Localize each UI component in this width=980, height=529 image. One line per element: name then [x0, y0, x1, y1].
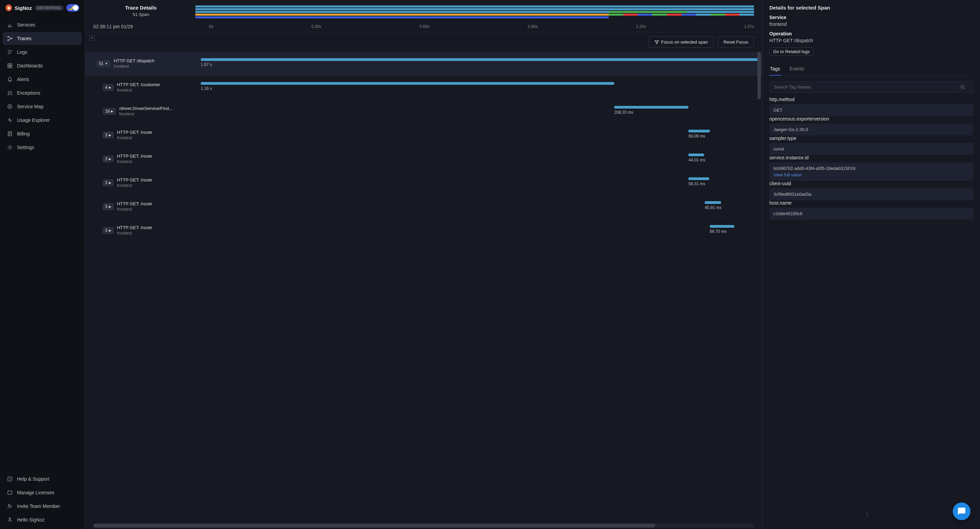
value: frontend	[769, 21, 973, 27]
span-left: 3▶HTTP GET: /routefrontend	[85, 201, 201, 212]
tab-tags[interactable]: Tags	[769, 63, 781, 76]
vertical-scrollbar[interactable]	[757, 52, 761, 311]
grid-icon	[7, 63, 13, 69]
axis-tick: 0.90s	[528, 24, 538, 29]
sidebar-item-dashboards[interactable]: Dashboards	[3, 59, 82, 72]
span-left: 3▶HTTP GET: /routefrontend	[85, 177, 201, 188]
tag-search-input[interactable]	[769, 81, 960, 92]
sidebar-item-invite[interactable]: Invite Team Member	[3, 500, 82, 513]
span-name-block: HTTP GET /dispatchfrontend	[114, 58, 154, 69]
caret-right-icon: ▶	[109, 134, 111, 137]
svg-point-14	[8, 505, 10, 506]
waypoints-icon	[7, 35, 13, 41]
svg-point-0	[8, 37, 9, 37]
span-count-chip[interactable]: 51▼	[97, 60, 110, 67]
span-row[interactable]: 3▶HTTP GET: /routefrontend60.09 ms	[85, 123, 762, 147]
span-count: 4	[105, 85, 108, 90]
sidebar-item-traces[interactable]: Traces	[3, 32, 82, 45]
span-name: HTTP GET: /route	[117, 201, 152, 206]
tab-events[interactable]: Events	[789, 63, 805, 76]
sidebar-item-label: Traces	[17, 36, 31, 41]
details-tabs: Tags Events	[769, 63, 973, 76]
tag-search-button[interactable]	[960, 81, 973, 92]
chat-fab[interactable]	[953, 502, 970, 520]
trace-title: Trace Details	[93, 5, 189, 11]
caret-right-icon: ▶	[109, 229, 111, 232]
span-row[interactable]: 51▼HTTP GET /dispatchfrontend1.57 s	[85, 52, 762, 76]
trace-timestamp: 02:38:11 pm 01/29	[93, 24, 209, 29]
span-count: 3	[105, 228, 108, 233]
sidebar-item-services[interactable]: Services	[3, 18, 82, 31]
span-bar[interactable]	[710, 225, 734, 228]
span-row[interactable]: 3▶HTTP GET: /routefrontend58.31 ms	[85, 171, 762, 195]
sidebar-item-settings[interactable]: Settings	[3, 141, 82, 154]
span-row[interactable]: 3▶HTTP GET: /routefrontend68.70 ms	[85, 218, 762, 242]
sidebar-item-billing[interactable]: Billing	[3, 127, 82, 140]
tag-list: http.methodGETopencensus.exporterversion…	[769, 97, 973, 220]
span-duration: 1.16 s	[201, 86, 212, 91]
span-bar[interactable]	[201, 82, 614, 85]
sidebar-item-usage-explorer[interactable]: Usage Explorer	[3, 114, 82, 127]
span-count-chip[interactable]: 3▶	[103, 203, 114, 210]
span-bar[interactable]	[201, 58, 759, 61]
span-row[interactable]: 3▶HTTP GET: /routefrontend45.91 ms	[85, 195, 762, 218]
minimap-bar	[195, 14, 754, 16]
bug-icon	[7, 90, 13, 96]
receipt-icon	[7, 131, 13, 137]
chevron-right-icon[interactable]: 〉	[865, 511, 871, 519]
minimap[interactable]	[195, 5, 754, 18]
view-full-value-link[interactable]: View full value	[773, 172, 969, 177]
span-track: 1.16 s	[201, 81, 759, 94]
svg-point-15	[9, 518, 11, 520]
span-count-chip[interactable]: 3▶	[103, 179, 114, 186]
sidebar-item-service-map[interactable]: Service Map	[3, 100, 82, 113]
sidebar-item-hello[interactable]: Hello SigNoz	[3, 513, 82, 526]
span-bar[interactable]	[688, 130, 710, 132]
theme-toggle[interactable]: 🌙	[66, 4, 79, 11]
sidebar-item-label: Hello SigNoz	[17, 517, 45, 523]
focus-selected-button[interactable]: Focus on selected span	[649, 37, 714, 48]
span-row[interactable]: 4▶HTTP GET: /customerfrontend1.16 s	[85, 76, 762, 99]
span-service: frontend	[117, 135, 152, 140]
span-duration: 1.57 s	[201, 62, 212, 67]
sidebar-item-help[interactable]: Help & Support	[3, 473, 82, 486]
tag-value: 3cf9ed6931e0ad3a	[769, 188, 973, 200]
sidebar-item-alerts[interactable]: Alerts	[3, 73, 82, 86]
span-left: 3▶HTTP GET: /routefrontend	[85, 130, 201, 140]
details-title: Details for selected Span	[769, 5, 973, 11]
span-duration: 68.70 ms	[710, 229, 727, 234]
span-count-chip[interactable]: 3▶	[103, 156, 114, 163]
expand-all-button[interactable]: +	[89, 35, 95, 40]
tag-key: sampler.type	[769, 135, 973, 141]
related-logs-link[interactable]: Go to Related logs	[769, 47, 814, 56]
scrollbar-thumb[interactable]	[93, 524, 655, 527]
label: Operation	[769, 31, 973, 37]
span-row[interactable]: 16▶/driver.DriverService/Find...frontend…	[85, 99, 762, 123]
span-count-chip[interactable]: 16▶	[103, 108, 116, 115]
minimap-bar	[195, 8, 754, 10]
horizontal-scrollbar[interactable]	[93, 524, 754, 527]
span-row[interactable]: 3▶HTTP GET: /routefrontend44.01 ms	[85, 147, 762, 171]
sidebar-item-logs[interactable]: Logs	[3, 46, 82, 59]
sidebar-item-exceptions[interactable]: Exceptions	[3, 86, 82, 99]
trace-header: Trace Details 51 Span	[85, 0, 762, 21]
span-count-chip[interactable]: 3▶	[103, 132, 114, 139]
sidebar-item-licenses[interactable]: Manage Licenses	[3, 486, 82, 499]
scrollbar-thumb[interactable]	[757, 52, 761, 99]
span-count-chip[interactable]: 3▶	[103, 227, 114, 234]
span-service: frontend	[119, 112, 172, 116]
span-bar[interactable]	[688, 153, 704, 156]
span-count-chip[interactable]: 4▶	[103, 84, 114, 91]
moon-icon: 🌙	[68, 5, 73, 10]
sidebar-item-label: Invite Team Member	[17, 504, 60, 509]
caret-right-icon: ▶	[109, 205, 111, 208]
reset-focus-button[interactable]: Reset Focus	[718, 37, 754, 48]
span-service: frontend	[117, 207, 152, 212]
span-bar[interactable]	[688, 177, 709, 180]
span-left: 16▶/driver.DriverService/Find...frontend	[85, 106, 201, 116]
span-bar[interactable]	[614, 106, 688, 108]
search-icon	[960, 85, 973, 89]
span-count: 3	[105, 133, 108, 137]
span-bar[interactable]	[705, 201, 721, 204]
svg-rect-5	[8, 66, 10, 68]
